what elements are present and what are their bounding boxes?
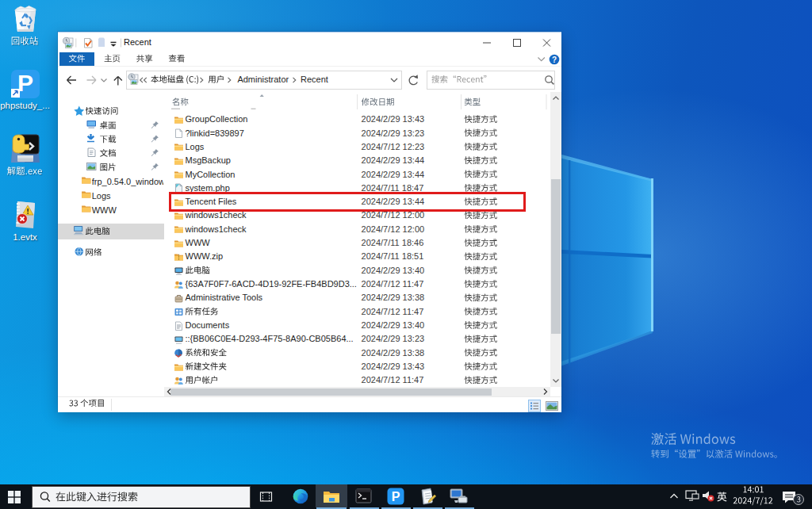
svg-text:P: P <box>392 490 400 503</box>
svg-text:?: ? <box>552 55 557 64</box>
